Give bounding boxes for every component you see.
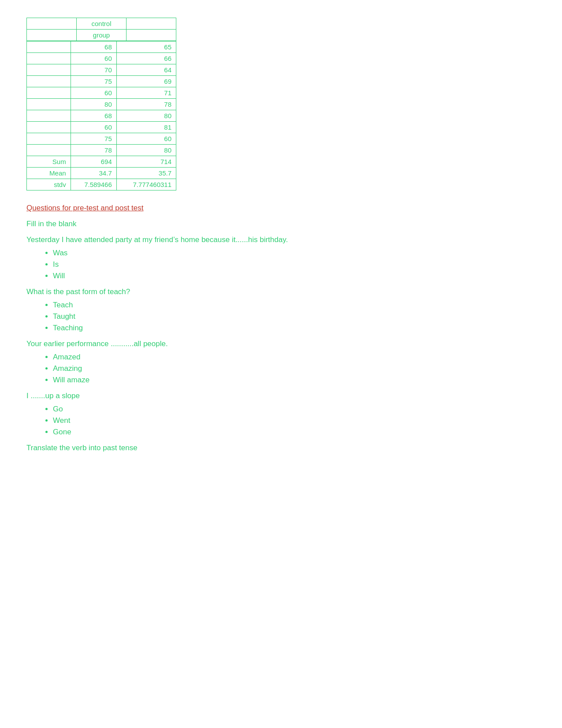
q3-option-1: Amazed — [53, 353, 536, 362]
q1-text: Yesterday I have attended party at my fr… — [26, 235, 536, 244]
q2-text: What is the past form of teach? — [26, 287, 536, 296]
table-row: 7560 — [27, 133, 176, 145]
table-row: 7064 — [27, 64, 176, 76]
q2-option-1: Teach — [53, 301, 536, 310]
q2-options: Teach Taught Teaching — [26, 301, 536, 332]
q4-option-2: Went — [53, 416, 536, 425]
data-table: control group 68656066706475696071807868… — [26, 18, 536, 190]
q2-option-2: Taught — [53, 312, 536, 321]
q5-label: Translate the verb into past tense — [26, 444, 536, 452]
q3-option-3: Will amaze — [53, 376, 536, 385]
q3-options: Amazed Amazing Will amaze — [26, 353, 536, 385]
q4-text: I .......up a slope — [26, 392, 536, 400]
col-header-group: group — [77, 30, 127, 41]
q4-option-1: Go — [53, 405, 536, 414]
q4-options: Go Went Gone — [26, 405, 536, 437]
table-row: 6865 — [27, 41, 176, 53]
table-row: 6066 — [27, 53, 176, 64]
q1-options: Was Is Will — [26, 249, 536, 280]
q1-option-1: Was — [53, 249, 536, 258]
fill-blank-label: Fill in the blank — [26, 220, 536, 228]
table-row: 8078 — [27, 99, 176, 110]
col-header-control: control — [77, 18, 127, 30]
q4-option-3: Gone — [53, 428, 536, 437]
q3-text: Your earlier performance ...........all … — [26, 340, 536, 348]
table-stdv-row: stdv7.5894667.777460311 — [27, 179, 176, 190]
table-mean-row: Mean34.735.7 — [27, 168, 176, 179]
questions-title: Questions for pre-test and post test — [26, 204, 536, 213]
table-row: 6880 — [27, 110, 176, 122]
table-row: 7880 — [27, 145, 176, 156]
q3-option-2: Amazing — [53, 364, 536, 373]
table-row: 6071 — [27, 87, 176, 99]
q1-option-2: Is — [53, 260, 536, 269]
q1-option-3: Will — [53, 272, 536, 280]
table-sum-row: Sum694714 — [27, 156, 176, 168]
table-row: 6081 — [27, 122, 176, 133]
q2-option-3: Teaching — [53, 324, 536, 332]
table-row: 7569 — [27, 76, 176, 87]
